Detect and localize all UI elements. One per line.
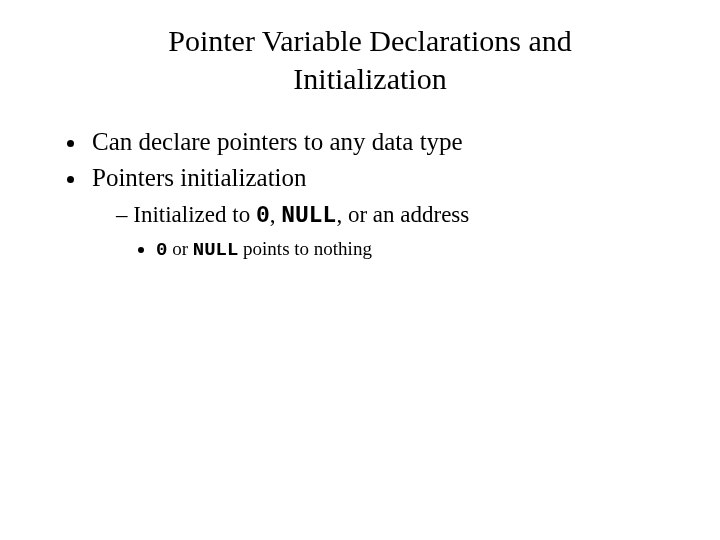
slide-title: Pointer Variable Declarations and Initia…	[60, 22, 680, 97]
sub-bullet-text: , or an address	[336, 202, 469, 227]
sub-bullet-text: Initialized to	[133, 202, 256, 227]
bullet-item: Can declare pointers to any data type	[88, 125, 680, 159]
code-zero: 0	[256, 203, 270, 229]
sub-sub-bullet-list: 0 or NULL points to nothing	[116, 236, 680, 264]
bullet-text: Can declare pointers to any data type	[92, 128, 463, 155]
bullet-list: Can declare pointers to any data type Po…	[60, 125, 680, 263]
code-zero: 0	[156, 239, 167, 261]
sub-sub-bullet-item: 0 or NULL points to nothing	[156, 236, 680, 264]
sub-bullet-text: ,	[270, 202, 282, 227]
sub-bullet-list: Initialized to 0, NULL, or an address 0 …	[92, 199, 680, 264]
sub-bullet-item: Initialized to 0, NULL, or an address 0 …	[116, 199, 680, 264]
slide: Pointer Variable Declarations and Initia…	[0, 0, 720, 305]
sub-sub-bullet-text: or	[167, 238, 192, 259]
bullet-item: Pointers initialization Initialized to 0…	[88, 161, 680, 263]
bullet-text: Pointers initialization	[92, 164, 307, 191]
sub-sub-bullet-text: points to nothing	[238, 238, 372, 259]
code-null: NULL	[193, 239, 239, 261]
code-null: NULL	[281, 203, 336, 229]
